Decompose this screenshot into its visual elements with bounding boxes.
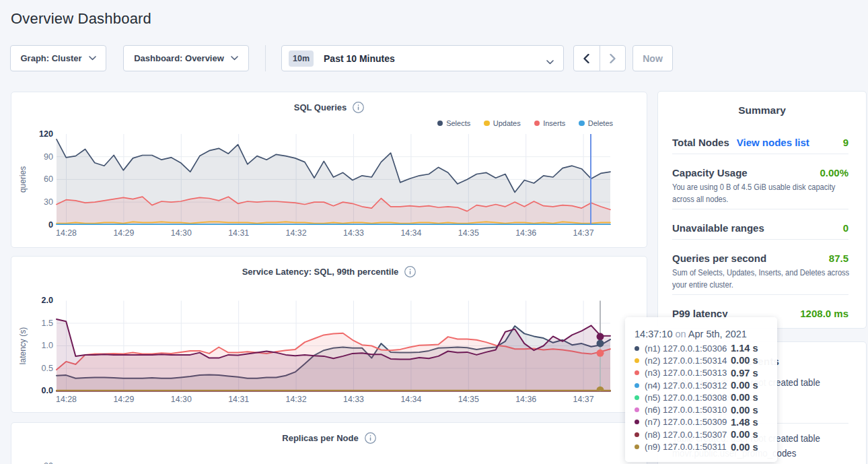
y-tick-label: 0.0 xyxy=(41,386,53,395)
x-tick-label: 14:29 xyxy=(113,228,134,238)
y-axis-unit-label: latency (s) xyxy=(18,327,28,364)
view-nodes-list-link[interactable]: View nodes list xyxy=(737,137,809,148)
tooltip-node-value: 0.00 s xyxy=(731,429,758,440)
tooltip-node-label: (n4) 127.0.0.1:50312 xyxy=(645,380,731,391)
chevron-down-icon xyxy=(89,56,96,61)
tooltip-node-label: (n2) 127.0.0.1:50314 xyxy=(645,356,731,366)
tooltip-node-label: (n1) 127.0.0.1:50306 xyxy=(645,343,731,354)
next-time-button[interactable] xyxy=(600,46,626,71)
tooltip-node-label: (n3) 127.0.0.1:50313 xyxy=(645,368,731,378)
x-tick-label: 14:31 xyxy=(228,395,249,404)
x-tick-label: 14:30 xyxy=(171,228,192,238)
summary-row-value: 0 xyxy=(843,222,848,234)
x-tick-label: 14:36 xyxy=(515,395,536,404)
x-tick-label: 14:31 xyxy=(228,228,249,238)
summary-panel: Summary Total NodesView nodes list9Capac… xyxy=(657,91,867,329)
node-color-dot-icon xyxy=(635,420,639,424)
time-range-picker[interactable]: 10m Past 10 Minutes xyxy=(281,45,564,71)
y-tick-label: 1.5 xyxy=(41,319,53,328)
tooltip-node-label: (n9) 127.0.0.1:50311 xyxy=(645,442,731,452)
tooltip-node-value: 1.14 s xyxy=(731,343,758,354)
x-tick-label: 14:36 xyxy=(515,228,536,238)
x-tick-label: 14:33 xyxy=(343,228,364,238)
sql-queries-chart[interactable]: 030609012014:2814:2914:3014:3114:3214:33… xyxy=(11,92,647,247)
summary-row: Unavailable ranges0 xyxy=(672,209,848,239)
x-tick-label: 14:32 xyxy=(286,228,307,238)
tooltip-node-row: (n5) 127.0.0.1:503080.00 s xyxy=(635,391,768,403)
time-range-badge: 10m xyxy=(289,51,314,67)
tooltip-node-row: (n9) 127.0.0.1:503110.00 s xyxy=(635,440,768,453)
node-color-dot-icon xyxy=(635,407,639,412)
node-color-dot-icon xyxy=(635,358,639,363)
tooltip-node-label: (n5) 127.0.0.1:50308 xyxy=(645,393,731,403)
tooltip-node-label: (n8) 127.0.0.1:50307 xyxy=(645,430,731,440)
x-tick-label: 14:30 xyxy=(171,395,192,404)
tooltip-node-row: (n4) 127.0.0.1:503120.00 s xyxy=(635,379,768,391)
tooltip-node-value: 1.48 s xyxy=(731,417,758,428)
now-button[interactable]: Now xyxy=(632,45,673,71)
summary-row: Queries per second87.5Sum of Selects, Up… xyxy=(672,239,848,294)
now-button-label: Now xyxy=(643,53,663,64)
chart-hover-tooltip: 14:37:10 on Apr 5th, 2021 (n1) 127.0.0.1… xyxy=(625,317,777,462)
summary-row-label: Total Nodes xyxy=(672,137,729,148)
tooltip-node-row: (n1) 127.0.0.1:503061.14 s xyxy=(635,342,768,354)
node-color-dot-icon xyxy=(635,346,639,351)
tooltip-node-value: 0.00 s xyxy=(731,392,758,403)
summary-row: Total NodesView nodes list9 xyxy=(672,124,848,154)
graph-dropdown[interactable]: Graph: Cluster xyxy=(10,45,106,71)
x-tick-label: 14:29 xyxy=(113,395,134,404)
summary-row-value: 87.5 xyxy=(829,253,848,264)
summary-row-description: You are using 0 B of 4.5 GiB usable disk… xyxy=(672,181,850,206)
tooltip-node-label: (n7) 127.0.0.1:50309 xyxy=(645,417,731,427)
tooltip-node-value: 0.97 s xyxy=(731,368,758,378)
y-axis-unit-label: queries xyxy=(18,166,28,193)
graph-dropdown-label: Graph: Cluster xyxy=(20,53,81,63)
tooltip-date: Apr 5th, 2021 xyxy=(688,329,747,339)
chevron-down-icon xyxy=(231,56,238,61)
summary-row-value: 0.00% xyxy=(820,167,848,178)
hover-point-dot xyxy=(597,350,604,357)
y-tick-label: 60 xyxy=(44,174,53,184)
chevron-left-icon xyxy=(583,54,589,63)
x-tick-label: 14:28 xyxy=(56,395,77,404)
x-tick-label: 14:34 xyxy=(400,228,421,238)
y-tick-label: 0 xyxy=(48,220,53,230)
summary-row: Capacity Usage0.00%You are using 0 B of … xyxy=(672,154,848,209)
x-tick-label: 14:28 xyxy=(56,228,77,238)
tooltip-node-value: 0.00 s xyxy=(731,405,758,416)
replicas-y-axis-label: 30 xyxy=(41,461,53,464)
node-color-dot-icon xyxy=(635,432,639,437)
time-step-buttons xyxy=(573,45,626,71)
service-latency-chart[interactable]: 0.00.51.01.52.014:2814:2914:3014:3114:32… xyxy=(11,257,647,412)
info-icon[interactable] xyxy=(365,432,376,444)
page-title: Overview Dashboard xyxy=(11,10,151,28)
y-tick-label: 90 xyxy=(44,152,53,162)
chevron-down-icon xyxy=(546,55,554,67)
tooltip-node-row: (n8) 127.0.0.1:503070.00 s xyxy=(635,428,768,440)
summary-row-label: Unavailable ranges xyxy=(672,222,764,234)
sql-queries-panel: SQL Queries SelectsUpdatesInsertsDeletes… xyxy=(11,92,647,248)
chevron-right-icon xyxy=(610,54,616,63)
dashboard-dropdown[interactable]: Dashboard: Overview xyxy=(123,45,249,71)
previous-time-button[interactable] xyxy=(574,46,600,71)
service-latency-panel: Service Latency: SQL, 99th percentile 0.… xyxy=(11,256,647,413)
hover-point-dot xyxy=(597,387,604,394)
tooltip-node-row: (n2) 127.0.0.1:503140.00 s xyxy=(635,354,768,366)
toolbar-divider xyxy=(265,45,266,71)
y-tick-label: 120 xyxy=(39,129,53,139)
summary-row-label: Capacity Usage xyxy=(672,167,748,178)
summary-row-value: 9 xyxy=(843,137,848,148)
hover-point-dot xyxy=(597,333,604,340)
tooltip-node-value: 0.00 s xyxy=(731,442,758,453)
node-color-dot-icon xyxy=(635,370,639,375)
summary-title: Summary xyxy=(658,92,866,117)
dashboard-dropdown-label: Dashboard: Overview xyxy=(134,53,224,63)
tooltip-node-row: (n7) 127.0.0.1:503091.48 s xyxy=(635,416,768,428)
summary-row-value: 1208.0 ms xyxy=(800,308,848,319)
x-tick-label: 14:34 xyxy=(400,395,421,404)
x-tick-label: 14:35 xyxy=(458,395,479,404)
y-tick-label: 2.0 xyxy=(41,296,53,305)
replicas-per-node-panel: 30 Replicas per Node xyxy=(11,422,647,464)
chart-title: Replicas per Node xyxy=(282,433,358,443)
node-color-dot-icon xyxy=(635,395,639,400)
